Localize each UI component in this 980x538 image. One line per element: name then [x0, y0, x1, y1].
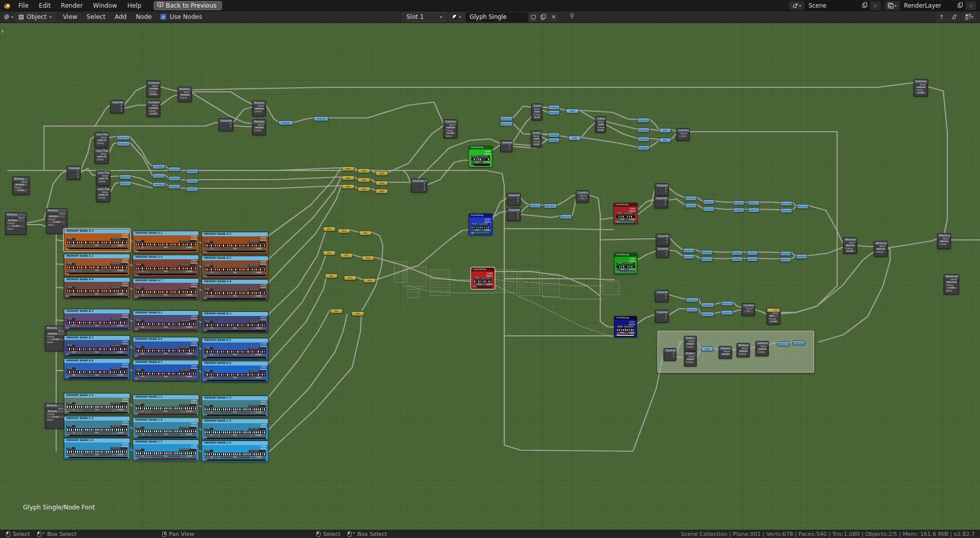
node-colorramp-bank[interactable]: MEMORY BANK B 7ColorAlphaRGBConstant31Po…: [133, 360, 199, 381]
sidebar-toggle-arrow[interactable]: ›: [1, 27, 4, 35]
collapsed-node-mix[interactable]: Mix: [361, 256, 375, 260]
socket-right[interactable]: [109, 176, 110, 177]
socket-right[interactable]: [370, 189, 371, 190]
socket-left[interactable]: [914, 94, 915, 95]
socket-left[interactable]: [732, 203, 733, 204]
menu-view[interactable]: View: [58, 11, 82, 22]
socket-right[interactable]: [649, 139, 650, 140]
socket-left[interactable]: [937, 247, 938, 248]
socket-right[interactable]: [191, 92, 192, 93]
position-row[interactable]: 5Pos0.035: [66, 432, 128, 434]
colorramp-strip[interactable]: [204, 291, 266, 295]
interpolation-buttons[interactable]: RGBConstant: [135, 449, 197, 451]
node-colorramp-bank[interactable]: MEMORY BANK C 1ColorAlphaRGBConstant5Pos…: [133, 395, 199, 416]
node-row[interactable]: 0.500: [531, 143, 541, 146]
socket-right[interactable]: [129, 282, 130, 284]
socket-right[interactable]: [267, 286, 268, 288]
menu-help[interactable]: Help: [122, 0, 146, 11]
node-colorramp-bank[interactable]: MEMORY BANK C 0ColorAlphaRGBConstant5Pos…: [64, 393, 130, 414]
socket-right[interactable]: [667, 201, 668, 203]
collapsed-node-subtract[interactable]: Subtract: [559, 214, 572, 219]
colorramp-strip[interactable]: [135, 243, 197, 246]
collapsed-node-subtract[interactable]: Subtract: [746, 251, 758, 255]
interpolation-buttons[interactable]: RGBConstant: [66, 345, 128, 347]
colorramp-strip[interactable]: [135, 267, 197, 270]
socket-right[interactable]: [109, 192, 110, 193]
node-multiply[interactable]: MultiplyValueMultiplyClamp: [252, 119, 266, 135]
socket-left[interactable]: [747, 203, 748, 204]
socket-left[interactable]: [119, 177, 120, 178]
fake-user-shield-button[interactable]: [528, 12, 538, 22]
socket-right[interactable]: [757, 253, 758, 254]
socket-left[interactable]: [330, 311, 331, 312]
node-editor-canvas[interactable]: › Separate XYZXYZCompareValueCompareClam…: [0, 23, 980, 530]
socket-left[interactable]: [874, 254, 875, 256]
socket-right[interactable]: [232, 124, 233, 125]
socket-right[interactable]: [198, 425, 199, 426]
socket-right[interactable]: [696, 356, 697, 358]
socket-left[interactable]: [202, 414, 203, 416]
socket-right[interactable]: [267, 263, 268, 264]
socket-left[interactable]: [656, 255, 657, 257]
socket-right[interactable]: [267, 239, 268, 240]
node-minimum[interactable]: MinimumValueMinimumClamp0.500: [843, 237, 857, 254]
collapsed-node-subtract[interactable]: Subtract: [721, 310, 733, 315]
collapsed-node-absolute[interactable]: Absolute: [780, 201, 793, 206]
socket-left[interactable]: [133, 275, 134, 276]
collapsed-node-mix[interactable]: Mix: [330, 309, 343, 313]
collapsed-node-subtract[interactable]: Subtract: [119, 181, 132, 186]
socket-right[interactable]: [129, 363, 130, 365]
node-colorramp-bank[interactable]: MEMORY BANK B 2ColorAlphaRGBConstant27Po…: [202, 311, 268, 333]
node-compare[interactable]: CompareValueCompareClamp0.500: [146, 100, 160, 117]
socket-left[interactable]: [344, 278, 345, 279]
node-maximum[interactable]: MaximumValueMaximumClamp0.500Value: [944, 274, 959, 295]
socket-left[interactable]: [323, 229, 324, 230]
node-colorramp-bank[interactable]: MEMORY BANK C 6ColorAlphaRGBConstant5Pos…: [64, 438, 130, 459]
interpolation-buttons[interactable]: RGBConstant: [471, 223, 490, 226]
interpolation-buttons[interactable]: RGBConstant: [204, 428, 266, 430]
node-less-than[interactable]: Less ThanValueLess ThanClamp: [94, 149, 109, 164]
node-colorramp-bank[interactable]: MEMORY BANK C 5ColorAlphaRGBConstant5Pos…: [202, 419, 268, 440]
socket-right[interactable]: [559, 140, 560, 141]
node-combine-xyz[interactable]: Combine XYZVectorX: [742, 303, 755, 316]
socket-left[interactable]: [702, 209, 703, 210]
node-subtract[interactable]: SubtractValueSubtractClamp: [755, 341, 769, 356]
socket-left[interactable]: [64, 249, 65, 250]
position-row[interactable]: 5Pos0.035: [66, 409, 128, 411]
socket-left[interactable]: [637, 130, 638, 131]
collapsed-node-absolute[interactable]: Absolute: [779, 257, 792, 262]
socket-left[interactable]: [471, 286, 472, 288]
interpolation-buttons[interactable]: RGBConstant: [66, 402, 128, 405]
socket-right[interactable]: [354, 168, 355, 170]
collapsed-node-multiply[interactable]: Multiply: [548, 105, 560, 110]
overlays-dropdown[interactable]: ▾: [962, 12, 977, 22]
node-multiply[interactable]: MultiplyValueMultiplyClamp0.500Value: [45, 403, 66, 429]
collapsed-node-minimum[interactable]: Minimum: [700, 257, 713, 261]
socket-right[interactable]: [129, 443, 130, 445]
node-row[interactable]: 0.500: [532, 116, 542, 119]
muted-ghost-node[interactable]: [430, 270, 450, 296]
socket-right[interactable]: [267, 426, 268, 427]
socket-right[interactable]: [636, 207, 638, 209]
socket-right[interactable]: [668, 315, 669, 316]
socket-left[interactable]: [46, 231, 47, 233]
menu-select[interactable]: Select: [82, 11, 110, 22]
node-colorramp[interactable]: ColorRampColorAlphaRGBConstantPos0.000Fa…: [469, 145, 493, 167]
socket-left[interactable]: [252, 114, 253, 115]
menu-edit[interactable]: Edit: [34, 0, 56, 11]
interpolation-buttons[interactable]: RGBConstant: [66, 318, 128, 321]
socket-left[interactable]: [548, 112, 549, 114]
socket-left[interactable]: [133, 251, 134, 252]
socket-left[interactable]: [682, 256, 683, 258]
socket-left[interactable]: [202, 330, 203, 332]
collapsed-node-multiply[interactable]: Multiply: [637, 118, 650, 123]
socket-right[interactable]: [354, 186, 355, 188]
collapsed-node-multiply[interactable]: Multiply: [732, 201, 745, 205]
interpolation-buttons[interactable]: RGBConstant: [616, 212, 635, 215]
node-colorramp-bank[interactable]: MEMORY BANK B 8ColorAlphaRGBConstant27Po…: [202, 361, 268, 382]
collapsed-node-mix[interactable]: Mix: [337, 229, 351, 233]
socket-right[interactable]: [950, 238, 951, 240]
back-to-previous-button[interactable]: Back to Previous: [154, 1, 223, 10]
socket-left[interactable]: [742, 313, 743, 315]
socket-right[interactable]: [129, 316, 130, 317]
